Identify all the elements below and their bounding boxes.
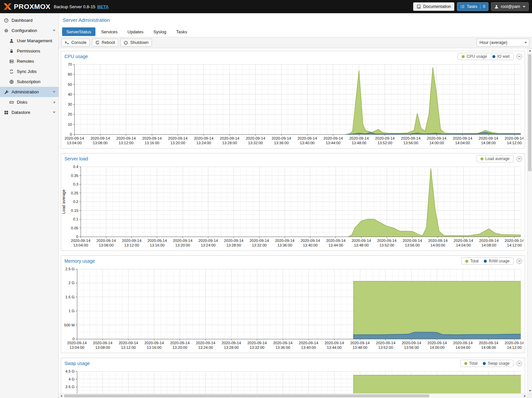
svg-text:14:04:00: 14:04:00 xyxy=(455,346,470,349)
svg-text:2020-09-14: 2020-09-14 xyxy=(96,239,116,243)
svg-text:13:40:00: 13:40:00 xyxy=(300,141,315,145)
panels-viewport[interactable]: CPU usageCPU usageIO wait010203040506070… xyxy=(59,48,527,393)
legend-dot xyxy=(480,157,483,160)
sidebar-item-configuration[interactable]: Configuration xyxy=(0,25,58,36)
page-title: Server Administration xyxy=(63,17,110,23)
svg-text:13:44:00: 13:44:00 xyxy=(328,243,343,247)
horizontal-scrollbar[interactable] xyxy=(59,393,527,398)
tab-syslog[interactable]: Syslog xyxy=(149,27,170,36)
svg-text:30: 30 xyxy=(68,102,72,106)
sidebar-item-sync-jobs[interactable]: Sync Jobs xyxy=(0,66,58,77)
svg-text:13:32:00: 13:32:00 xyxy=(248,141,263,145)
scroll-down-arrow[interactable] xyxy=(527,388,532,393)
collapse-panel-button[interactable] xyxy=(516,156,522,162)
sidebar-item-datastore[interactable]: Datastore xyxy=(0,107,58,117)
toolbar: Console Reboot Shutdown Hour (average) xyxy=(59,37,532,48)
shutdown-button[interactable]: Shutdown xyxy=(120,39,152,47)
svg-text:2020-09-14: 2020-09-14 xyxy=(272,136,291,140)
tasks-button[interactable]: Tasks 0 xyxy=(457,2,489,11)
chevron-down-icon[interactable] xyxy=(53,30,55,31)
svg-text:14:12:00: 14:12:00 xyxy=(507,243,522,247)
documentation-button[interactable]: Documentation xyxy=(413,2,454,11)
sidebar-item-administration[interactable]: Administration xyxy=(0,87,58,97)
chart-title: CPU usage xyxy=(64,54,88,59)
tab-services[interactable]: Services xyxy=(97,27,122,36)
sidebar-item-label: User Management xyxy=(17,38,52,43)
tab-serverstatus[interactable]: ServerStatus xyxy=(62,27,95,36)
power-icon xyxy=(124,40,128,45)
tab-bar: ServerStatusServicesUpdatesSyslogTasks xyxy=(59,26,532,37)
svg-text:2020-09-14: 2020-09-14 xyxy=(71,239,90,243)
legend-item: Load average xyxy=(480,156,510,161)
svg-text:13:24:00: 13:24:00 xyxy=(201,243,216,247)
svg-text:13:56:00: 13:56:00 xyxy=(404,346,419,349)
svg-text:2020-09-14: 2020-09-14 xyxy=(198,239,218,243)
console-button[interactable]: Console xyxy=(61,39,90,47)
sidebar-item-dashboard[interactable]: Dashboard xyxy=(0,15,58,25)
svg-text:2020-09-14: 2020-09-14 xyxy=(220,136,239,140)
svg-text:13:52:00: 13:52:00 xyxy=(377,141,392,145)
chevron-down-icon[interactable] xyxy=(53,91,55,93)
svg-text:0.3: 0.3 xyxy=(73,182,78,186)
svg-text:2020-09-14: 2020-09-14 xyxy=(148,239,167,243)
svg-text:2020-09-14: 2020-09-14 xyxy=(401,136,420,140)
tab-updates[interactable]: Updates xyxy=(123,27,148,36)
svg-text:3.5 G: 3.5 G xyxy=(65,385,75,389)
disks-icon xyxy=(9,100,15,105)
horizontal-scroll-thumb[interactable] xyxy=(64,394,429,397)
sidebar-item-disks[interactable]: Disks xyxy=(0,97,58,107)
collapse-panel-button[interactable] xyxy=(516,258,522,264)
svg-text:13:20:00: 13:20:00 xyxy=(172,346,187,349)
scroll-right-arrow[interactable] xyxy=(522,394,527,398)
collapse-panel-button[interactable] xyxy=(516,54,522,59)
svg-text:2020-09-14: 2020-09-14 xyxy=(90,136,110,140)
tab-tasks[interactable]: Tasks xyxy=(172,27,191,36)
reboot-button[interactable]: Reboot xyxy=(92,39,118,47)
svg-text:2020-09-14: 2020-09-14 xyxy=(454,239,473,243)
scroll-up-arrow[interactable] xyxy=(527,48,532,53)
chevron-down-icon[interactable] xyxy=(53,112,55,113)
svg-text:2020-09-14: 2020-09-14 xyxy=(275,239,295,243)
lock-icon xyxy=(9,49,15,53)
svg-text:14:08:00: 14:08:00 xyxy=(481,243,496,247)
legend-item: CPU usage xyxy=(462,54,487,59)
svg-text:14:04:00: 14:04:00 xyxy=(456,243,471,247)
chevron-right-icon[interactable] xyxy=(54,101,55,104)
svg-text:2020-09-14: 2020-09-14 xyxy=(301,239,320,243)
sidebar-item-subscription[interactable]: Subscription xyxy=(0,77,58,87)
legend-item: Total xyxy=(464,361,478,366)
svg-text:70: 70 xyxy=(68,62,72,66)
gears-icon xyxy=(3,28,9,33)
vertical-scrollbar[interactable] xyxy=(527,48,532,393)
svg-text:2020-09-14: 2020-09-14 xyxy=(67,341,87,345)
svg-text:2020-09-14: 2020-09-14 xyxy=(402,341,421,345)
svg-text:2020-09-14: 2020-09-14 xyxy=(350,341,370,345)
svg-text:13:44:00: 13:44:00 xyxy=(326,141,340,145)
sidebar-item-label: Administration xyxy=(12,89,39,94)
svg-text:2020-09-14: 2020-09-14 xyxy=(323,136,343,140)
terminal-icon xyxy=(65,40,69,45)
svg-text:13:32:00: 13:32:00 xyxy=(250,346,265,349)
svg-text:20: 20 xyxy=(68,112,72,116)
svg-text:2020-09-14: 2020-09-14 xyxy=(224,239,243,243)
beta-link[interactable]: BETA xyxy=(97,4,109,9)
svg-text:10: 10 xyxy=(68,122,72,126)
svg-text:2020-09-14: 2020-09-14 xyxy=(250,239,269,243)
svg-text:1.5 G: 1.5 G xyxy=(65,295,75,299)
vertical-scroll-thumb[interactable] xyxy=(528,54,531,171)
legend-item: RAM usage xyxy=(484,259,510,263)
time-range-select[interactable]: Hour (average) xyxy=(477,39,529,47)
sidebar-item-permissions[interactable]: Permissions xyxy=(0,46,58,56)
svg-text:13:56:00: 13:56:00 xyxy=(404,141,418,145)
svg-text:13:32:00: 13:32:00 xyxy=(252,243,267,247)
svg-text:14:00:00: 14:00:00 xyxy=(429,141,444,145)
svg-text:2020-09-14: 2020-09-14 xyxy=(246,136,265,140)
user-menu-button[interactable]: root@pam xyxy=(491,2,529,11)
sidebar-item-user-management[interactable]: User Management xyxy=(0,36,58,46)
scroll-left-arrow[interactable] xyxy=(59,394,63,398)
collapse-panel-button[interactable] xyxy=(516,361,522,366)
svg-text:2020-09-14: 2020-09-14 xyxy=(505,136,523,140)
svg-text:2020-09-14: 2020-09-14 xyxy=(142,136,162,140)
svg-text:13:48:00: 13:48:00 xyxy=(352,141,367,145)
sidebar-item-remotes[interactable]: Remotes xyxy=(0,56,58,66)
